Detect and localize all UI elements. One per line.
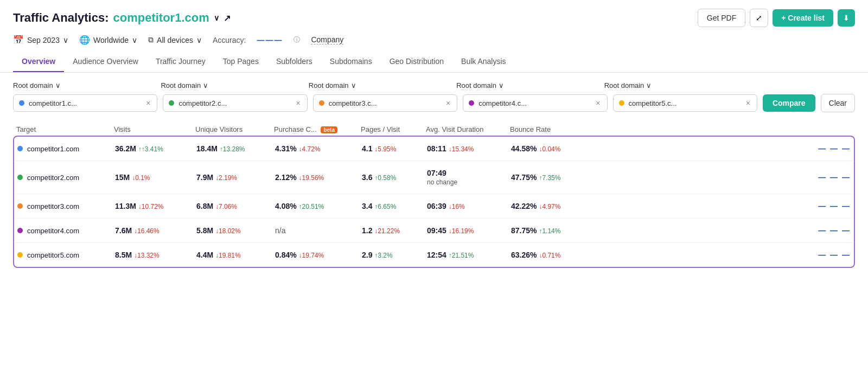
domain-text-5: competitor5.c... [629,99,741,107]
visits-val-2: 15M [115,173,130,182]
header-actions: Get PDF ⤢ + Create list ⬇ [698,9,855,27]
domain-close-1[interactable]: × [145,99,151,107]
bounce-cell-3: 42.22% ↓4.97% [511,202,813,210]
info-icon[interactable]: ⓘ [293,35,300,44]
table-row: competitor2.com 15M ↓0.1% 7.9M ↓2.19% 2.… [14,161,854,194]
date-filter[interactable]: 📅 Sep 2023 ∨ [13,35,68,45]
visits-cell-3: 11.3M ↓10.72% [115,202,196,210]
bounce-delta-4: ↑1.14% [539,227,560,235]
domain-dot-1 [19,100,24,106]
duration-cell-3: 06:39 ↓16% [427,202,511,210]
domain-header-5[interactable]: Root domain ∨ [604,81,746,89]
domain-header-1[interactable]: Root domain ∨ [13,81,155,89]
duration-delta-5: ↑21.51% [449,252,474,259]
row-domain-4: competitor4.com [27,227,79,235]
visits-delta-1: ↑↑3.41% [138,145,163,153]
uv-delta-4: ↓18.02% [215,227,241,235]
get-pdf-button[interactable]: Get PDF [698,9,745,27]
domain-chevron-icon[interactable]: ∨ [214,14,219,22]
domain-close-4[interactable]: × [595,99,601,107]
bounce-delta-3: ↓4.97% [539,203,560,210]
domain-input-4[interactable]: competitor4.c... × [463,94,607,112]
domain-header-2[interactable]: Root domain ∨ [161,81,303,89]
visits-cell-5: 8.5M ↓13.32% [115,251,196,259]
expand-button[interactable]: ⤢ [750,9,768,27]
pages-cell-2: 3.6 ↑0.58% [362,173,427,182]
domain-close-5[interactable]: × [745,99,751,107]
purchase-val-2: 2.12% [275,173,297,182]
domain-dot-5 [619,100,624,106]
devices-filter-label: All devices [157,36,193,44]
domain-input-1[interactable]: competitor1.c... × [13,94,157,112]
row-domain-5: competitor5.com [27,251,79,259]
uv-val-4: 5.8M [196,226,213,235]
bounce-cell-5: 63.26% ↓0.71% [511,251,813,259]
region-filter[interactable]: 🌐 Worldwide ∨ [79,35,137,45]
tab-overview[interactable]: Overview [13,52,64,72]
bounce-cell-2: 47.75% ↑7.35% [511,173,813,182]
tab-audience-overview[interactable]: Audience Overview [64,52,147,72]
row-domain-3: competitor3.com [27,202,79,210]
tab-traffic-journey[interactable]: Traffic Journey [147,52,214,72]
filters-bar: 📅 Sep 2023 ∨ 🌐 Worldwide ∨ ⧉ All devices… [0,31,868,52]
visits-val-4: 7.6M [115,226,132,235]
tab-top-pages[interactable]: Top Pages [214,52,267,72]
bounce-val-5: 63.26% [511,251,537,259]
download-icon: ⬇ [843,14,850,22]
external-link-icon[interactable]: ↗ [224,13,231,23]
domain-header-chevron-5: ∨ [646,81,652,89]
download-button[interactable]: ⬇ [838,9,855,27]
uv-cell-4: 5.8M ↓18.02% [196,226,275,235]
domain-close-2[interactable]: × [295,99,302,107]
duration-cell-2: 07:49 no change [427,169,511,186]
visits-val-1: 36.2M [115,144,136,153]
company-label[interactable]: Company [311,35,343,44]
date-chevron-icon: ∨ [63,36,68,44]
tab-subfolders[interactable]: Subfolders [267,52,321,72]
domain-text-2: competitor2.c... [178,99,290,107]
domain-text-3: competitor3.c... [329,99,441,107]
pages-cell-1: 4.1 ↓5.95% [362,144,427,153]
pages-cell-5: 2.9 ↑3.2% [362,251,427,259]
domain-header-chevron-2: ∨ [203,81,208,89]
bounce-val-1: 44.58% [511,144,537,153]
compare-button[interactable]: Compare [763,94,815,112]
domain-input-3[interactable]: competitor3.c... × [313,94,457,112]
domain-close-3[interactable]: × [445,99,451,107]
title-prefix: Traffic Analytics: [13,11,108,25]
target-cell-4: competitor4.com [17,227,115,235]
tab-geo-distribution[interactable]: Geo Distribution [381,52,452,72]
table-row: competitor4.com 7.6M ↓16.46% 5.8M ↓18.02… [14,219,854,243]
visits-cell-1: 36.2M ↑↑3.41% [115,144,196,153]
uv-cell-1: 18.4M ↑13.28% [196,144,275,153]
uv-cell-5: 4.4M ↓19.81% [196,251,275,259]
pages-delta-5: ↑3.2% [374,252,392,259]
domain-input-5[interactable]: competitor5.c... × [613,94,757,112]
chart-icon-2: — — — [818,173,851,182]
clear-button[interactable]: Clear [821,94,855,112]
pages-delta-4: ↓21.22% [374,227,400,235]
devices-filter[interactable]: ⧉ All devices ∨ [148,35,202,44]
create-list-button[interactable]: + Create list [773,9,833,27]
col-header-purchase-text: Purchase C... [274,125,317,133]
domain-header-3[interactable]: Root domain ∨ [309,81,451,89]
domain-header-4[interactable]: Root domain ∨ [456,81,598,89]
devices-chevron-icon: ∨ [196,36,202,44]
purchase-cell-1: 4.31% ↓4.72% [275,144,362,153]
tab-subdomains[interactable]: Subdomains [321,52,381,72]
bounce-val-3: 42.22% [511,202,537,210]
domain-input-2[interactable]: competitor2.c... × [163,94,307,112]
purchase-cell-2: 2.12% ↓19.56% [275,173,362,182]
duration-val-1: 08:11 [427,144,446,153]
duration-cell-1: 08:11 ↓15.34% [427,144,511,153]
uv-val-2: 7.9M [196,173,213,182]
domain-header-label-5: Root domain [604,81,644,89]
purchase-cell-4: n/a [275,226,362,235]
compare-results-box: competitor1.com 36.2M ↑↑3.41% 18.4M ↑13.… [13,136,855,268]
row-dot-3 [17,203,23,209]
tab-bulk-analysis[interactable]: Bulk Analysis [452,52,514,72]
uv-val-5: 4.4M [196,251,213,259]
row-domain-1: competitor1.com [27,145,79,153]
expand-icon: ⤢ [756,14,762,22]
chart-icon-5: — — — [818,251,851,259]
